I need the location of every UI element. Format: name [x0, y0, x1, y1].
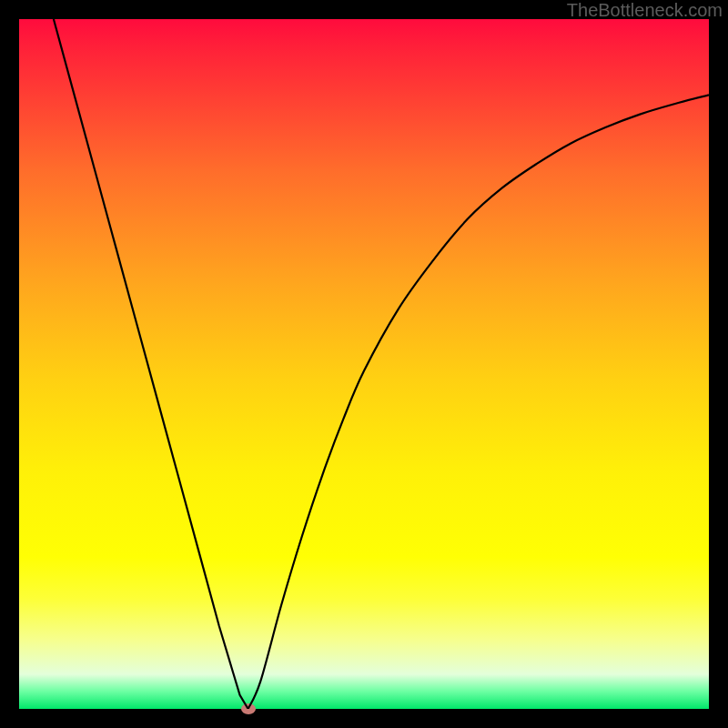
bottleneck-curve — [19, 19, 709, 709]
attribution-text: TheBottleneck.com — [567, 0, 723, 21]
chart-frame — [19, 19, 709, 709]
